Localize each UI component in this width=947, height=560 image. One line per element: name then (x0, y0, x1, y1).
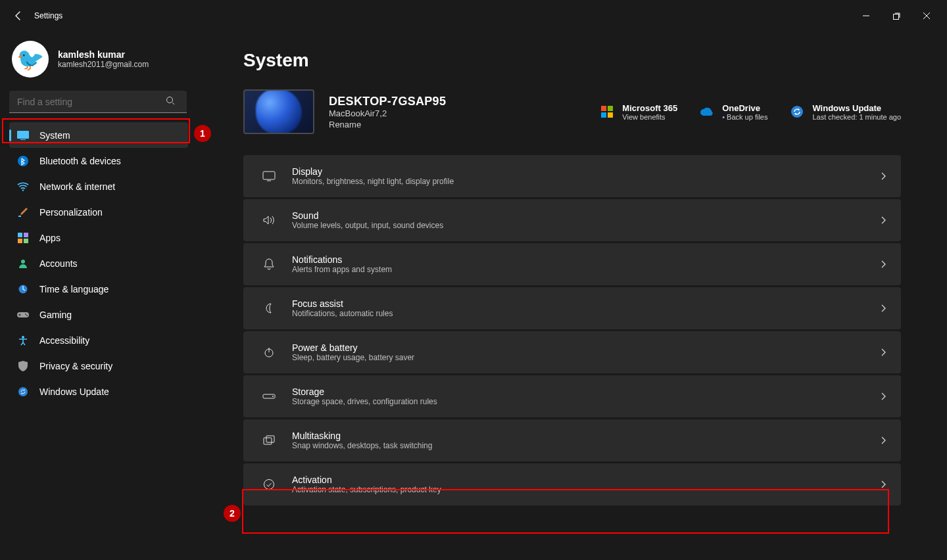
apps-icon (17, 232, 29, 244)
sidebar-item-privacy[interactable]: Privacy & security (9, 353, 188, 379)
user-profile[interactable]: 🐦 kamlesh kumar kamlesh2011@gmail.com (9, 32, 188, 91)
sidebar-item-apps[interactable]: Apps (9, 225, 188, 250)
sidebar-item-windows-update[interactable]: Windows Update (9, 379, 188, 404)
maximize-button[interactable] (881, 5, 911, 26)
onedrive-icon (700, 105, 714, 119)
sidebar-item-label: Apps (39, 233, 61, 243)
card-onedrive[interactable]: OneDrive Back up files (700, 103, 767, 121)
sidebar-item-label: Accessibility (39, 335, 89, 346)
svg-point-17 (18, 387, 28, 396)
moon-icon (258, 303, 280, 314)
sidebar-item-gaming[interactable]: Gaming (9, 302, 188, 327)
page-title: System (243, 50, 901, 71)
close-button[interactable] (911, 5, 942, 26)
row-sub: Sleep, battery usage, battery saver (292, 353, 414, 362)
svg-rect-0 (893, 14, 898, 19)
card-sub: View benefits (622, 113, 677, 121)
device-summary: DESKTOP-7GSAP95 MacBookAir7,2 Rename Mic… (243, 89, 901, 134)
chevron-right-icon (880, 392, 886, 401)
svg-point-11 (21, 260, 25, 264)
bluetooth-icon (17, 155, 29, 167)
row-title: Focus assist (292, 298, 393, 309)
svg-rect-19 (608, 106, 613, 111)
row-notifications[interactable]: NotificationsAlerts from apps and system (243, 243, 901, 285)
clock-globe-icon (17, 283, 29, 295)
sidebar-item-bluetooth[interactable]: Bluetooth & devices (9, 148, 188, 174)
card-sub: Last checked: 1 minute ago (812, 113, 901, 121)
update-icon (790, 105, 804, 119)
gamepad-icon (17, 309, 29, 321)
minimize-button[interactable] (851, 5, 881, 26)
sidebar-item-time-language[interactable]: Time & language (9, 276, 188, 302)
app-body: 🐦 kamlesh kumar kamlesh2011@gmail.com Sy… (0, 32, 947, 560)
svg-rect-7 (18, 233, 22, 237)
row-sub: Snap windows, desktops, task switching (292, 441, 432, 450)
device-info: DESKTOP-7GSAP95 MacBookAir7,2 Rename (329, 95, 446, 129)
sidebar-item-label: Accounts (39, 258, 78, 269)
bell-icon (258, 258, 280, 270)
row-sub: Storage space, drives, configuration rul… (292, 397, 437, 406)
annotation-badge-1: 1 (194, 125, 211, 142)
card-windows-update[interactable]: Windows Update Last checked: 1 minute ag… (790, 103, 901, 121)
card-title: OneDrive (722, 103, 767, 113)
sidebar-item-label: Gaming (39, 310, 72, 320)
sidebar-nav: System Bluetooth & devices Network & int… (9, 122, 188, 404)
device-name: DESKTOP-7GSAP95 (329, 95, 446, 108)
sidebar-item-label: Privacy & security (39, 361, 112, 371)
row-sound[interactable]: SoundVolume levels, output, input, sound… (243, 199, 901, 241)
back-button[interactable] (5, 3, 32, 29)
row-title: Sound (292, 210, 443, 221)
maximize-icon (893, 12, 900, 20)
search-icon (166, 96, 175, 105)
chevron-right-icon (880, 348, 886, 357)
main-content: System DESKTOP-7GSAP95 MacBookAir7,2 Ren… (197, 32, 947, 560)
sidebar-item-label: System (39, 130, 70, 141)
device-thumbnail[interactable] (243, 89, 314, 134)
row-sub: Activation state, subscriptions, product… (292, 485, 441, 494)
row-multitasking[interactable]: MultitaskingSnap windows, desktops, task… (243, 419, 901, 461)
wifi-icon (17, 181, 29, 193)
card-microsoft365[interactable]: Microsoft 365 View benefits (600, 103, 677, 121)
svg-point-16 (22, 336, 24, 338)
chevron-right-icon (880, 436, 886, 445)
update-icon (17, 386, 29, 398)
sidebar-item-personalization[interactable]: Personalization (9, 199, 188, 225)
row-sub: Monitors, brightness, night light, displ… (292, 177, 454, 186)
row-sub: Alerts from apps and system (292, 265, 392, 274)
sidebar-item-label: Bluetooth & devices (39, 156, 121, 166)
svg-rect-20 (601, 112, 606, 118)
sidebar-item-label: Network & internet (39, 181, 115, 192)
chevron-right-icon (880, 172, 886, 181)
sidebar-item-accounts[interactable]: Accounts (9, 250, 188, 276)
windows-bloom-icon (256, 89, 302, 134)
storage-icon (258, 392, 280, 400)
sidebar-item-accessibility[interactable]: Accessibility (9, 327, 188, 353)
chevron-right-icon (880, 480, 886, 489)
promo-cards: Microsoft 365 View benefits OneDrive Bac… (600, 103, 901, 121)
titlebar: Settings (0, 0, 947, 32)
device-model: MacBookAir7,2 (329, 108, 446, 118)
sidebar: 🐦 kamlesh kumar kamlesh2011@gmail.com Sy… (0, 32, 197, 560)
multitasking-icon (258, 435, 280, 446)
svg-point-1 (167, 97, 173, 103)
row-activation[interactable]: ActivationActivation state, subscription… (243, 463, 901, 505)
card-sub: Back up files (722, 113, 767, 121)
search-input[interactable] (9, 91, 187, 113)
user-text: kamlesh kumar kamlesh2011@gmail.com (58, 49, 149, 69)
row-focus-assist[interactable]: Focus assistNotifications, automatic rul… (243, 287, 901, 329)
row-sub: Notifications, automatic rules (292, 309, 393, 318)
sidebar-item-network[interactable]: Network & internet (9, 174, 188, 199)
svg-point-22 (791, 106, 803, 118)
row-title: Activation (292, 475, 441, 485)
row-display[interactable]: DisplayMonitors, brightness, night light… (243, 155, 901, 197)
sidebar-item-system[interactable]: System (9, 122, 188, 148)
chevron-right-icon (880, 304, 886, 313)
rename-link[interactable]: Rename (329, 120, 446, 129)
svg-point-14 (25, 314, 26, 315)
svg-point-15 (26, 315, 28, 316)
sidebar-item-label: Personalization (39, 207, 103, 218)
row-power-battery[interactable]: Power & batterySleep, battery usage, bat… (243, 331, 901, 373)
avatar: 🐦 (12, 41, 49, 78)
user-name: kamlesh kumar (58, 49, 149, 60)
row-storage[interactable]: StorageStorage space, drives, configurat… (243, 375, 901, 417)
